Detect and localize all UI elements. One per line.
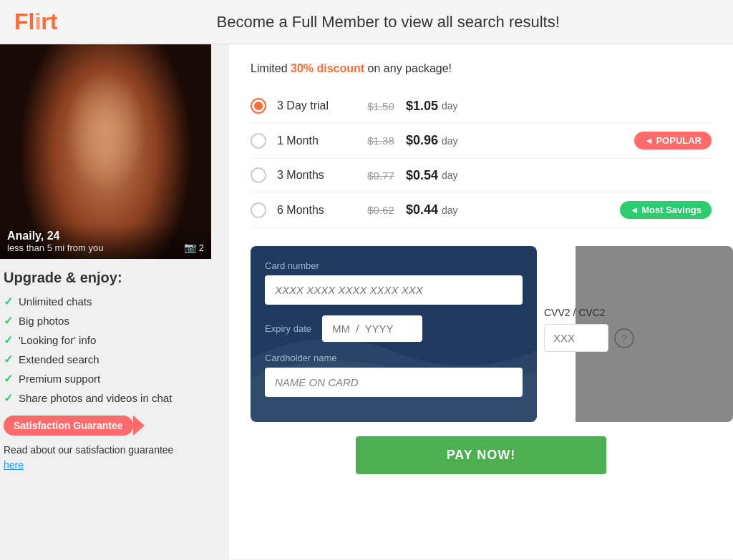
old-price-3months: $0.77 [356,170,406,182]
expiry-label: Expiry date [265,323,311,334]
guarantee-link[interactable]: here [4,459,24,471]
cvv-section: CVV2 / CVC2 ? [544,307,680,352]
feature-item: ✓Unlimited chats [4,295,218,308]
card-number-label: Card number [265,260,523,271]
feature-item: ✓Big photos [4,314,218,328]
header-title: Become a Full Member to view all search … [57,13,719,31]
plan-name-6months: 6 Months [277,204,356,217]
cvv-label: CVV2 / CVC2 [544,307,680,318]
radio-6months[interactable] [251,202,266,218]
feature-item: ✓'Looking for' info [4,333,218,347]
left-panel: Anaily, 24 less than 5 mi from you 📷 2 U… [0,44,229,559]
per-day-3months: day [442,170,458,181]
header: Flirt Become a Full Member to view all s… [0,0,733,44]
new-price-3day: $1.05 [406,99,438,114]
per-day-6months: day [442,205,458,216]
upgrade-title: Upgrade & enjoy: [4,270,218,286]
check-icon: ✓ [4,391,13,405]
payment-form: Card number Expiry date Cardholder name … [251,246,537,422]
profile-distance: less than 5 mi from you [7,242,204,253]
expiry-input[interactable] [322,315,422,342]
radio-3months[interactable] [251,167,266,183]
card-number-input[interactable] [265,275,523,305]
payment-wrapper: Card number Expiry date Cardholder name … [251,246,712,422]
cvv-help-icon[interactable]: ? [614,328,634,348]
logo-rt: rt [41,9,57,34]
profile-info: Anaily, 24 less than 5 mi from you [0,224,211,259]
profile-name: Anaily, 24 [7,230,204,242]
old-price-3day: $1.50 [356,100,406,112]
new-price-6months: $0.44 [406,202,438,217]
per-day-3day: day [442,100,458,112]
logo-text: Fl [14,9,34,34]
discount-highlight: 30% discount [291,62,364,74]
profile-card: Anaily, 24 less than 5 mi from you 📷 2 [0,44,211,259]
per-day-1month: day [442,135,458,147]
satisfaction-button[interactable]: Satisfaction Guarantee [4,416,133,436]
discount-bar: Limited 30% discount on any package! [251,62,712,75]
main-content: Anaily, 24 less than 5 mi from you 📷 2 U… [0,44,733,559]
new-price-3months: $0.54 [406,168,438,183]
cardholder-row: Cardholder name [265,353,523,397]
pricing-options: 3 Day trial $1.50 $1.05 day 1 Month $1.3… [251,89,712,228]
plan-name-3day: 3 Day trial [277,99,356,112]
radio-1month[interactable] [251,133,266,149]
card-number-row: Card number [265,260,523,305]
feature-item: ✓Premium support [4,372,218,385]
logo-i: i [34,9,41,34]
camera-icon: 📷 [184,242,196,253]
check-icon: ✓ [4,333,13,347]
check-icon: ✓ [4,295,13,308]
old-price-1month: $1.38 [356,134,406,147]
savings-badge: Most Savings [620,201,712,219]
plan-name-3months: 3 Months [277,169,356,182]
check-icon: ✓ [4,372,13,385]
popular-badge: POPULAR [634,132,712,149]
old-price-6months: $0.62 [356,204,406,216]
cvv-input[interactable] [544,324,608,352]
plan-name-1month: 1 Month [277,134,356,147]
photo-count: 📷 2 [184,242,204,253]
cvv-row: ? [544,324,680,352]
feature-list: ✓Unlimited chats ✓Big photos ✓'Looking f… [4,295,218,405]
cardholder-label: Cardholder name [265,353,523,363]
feature-item: ✓Share photos and videos in chat [4,391,218,405]
plan-row-6months[interactable]: 6 Months $0.62 $0.44 day Most Savings [251,192,712,228]
check-icon: ✓ [4,353,13,366]
new-price-1month: $0.96 [406,133,438,148]
feature-item: ✓Extended search [4,353,218,366]
radio-3day[interactable] [251,98,266,114]
right-panel: Limited 30% discount on any package! 3 D… [229,44,733,559]
plan-row-3day[interactable]: 3 Day trial $1.50 $1.05 day [251,89,712,123]
expiry-row: Expiry date [265,315,523,342]
logo: Flirt [14,9,57,35]
upgrade-section: Upgrade & enjoy: ✓Unlimited chats ✓Big p… [0,259,222,480]
plan-row-1month[interactable]: 1 Month $1.38 $0.96 day POPULAR [251,123,712,159]
pay-button[interactable]: PAY NOW! [356,436,606,474]
cardholder-input[interactable] [265,368,523,397]
check-icon: ✓ [4,314,13,328]
plan-row-3months[interactable]: 3 Months $0.77 $0.54 day [251,159,712,192]
guarantee-text: Read about our satisfaction guarantee he… [4,443,218,473]
